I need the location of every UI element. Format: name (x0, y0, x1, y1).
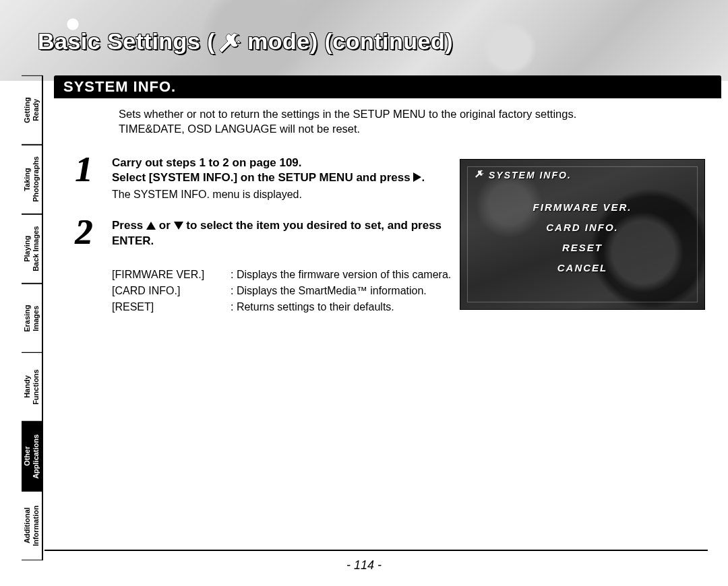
page-number: - 114 - (0, 558, 728, 573)
title-suffix: mode) (continued) (247, 28, 453, 55)
footer-rule (44, 550, 708, 551)
intro-line-2: TIME&DATE, OSD LANGUAGE will not be rese… (119, 123, 360, 135)
tab-getting-ready[interactable]: Getting Ready (22, 75, 42, 145)
tab-label: Erasing Images (23, 304, 40, 331)
tab-label: Handy Functions (23, 370, 40, 405)
lcd-menu-items: FIRMWARE VER. CARD INFO. RESET CANCEL (460, 197, 704, 278)
wrench-icon (475, 169, 485, 181)
page-title: Basic Settings ( mode) (continued) (38, 28, 453, 55)
step-1-line-2a: Select [SYSTEM INFO.] on the SETUP MENU … (112, 171, 413, 184)
step-2-text-a: Press (112, 219, 146, 232)
right-arrow-icon (413, 172, 421, 182)
lcd-title-text: SYSTEM INFO. (489, 170, 572, 181)
step-number-1: 1 (67, 156, 100, 201)
tab-additional-information[interactable]: Additional Information (22, 491, 42, 560)
tab-label: Playing Back Images (23, 226, 40, 271)
manual-page: Basic Settings ( mode) (continued) Getti… (0, 0, 728, 586)
definition-term: [CARD INFO.] (112, 283, 226, 299)
lcd-item-firmware: FIRMWARE VER. (460, 197, 704, 218)
section-heading: SYSTEM INFO. (54, 75, 721, 98)
step-1-sub: The SYSTEM INFO. menu is displayed. (112, 189, 449, 201)
tab-playing-back-images[interactable]: Playing Back Images (22, 214, 42, 284)
lcd-item-cancel: CANCEL (460, 258, 704, 278)
tab-label: Additional Information (23, 505, 40, 546)
tab-erasing-images[interactable]: Erasing Images (22, 284, 42, 353)
tab-label: Getting Ready (23, 97, 40, 123)
intro-line-1: Sets whether or not to return the settin… (119, 108, 576, 120)
intro-text: Sets whether or not to return the settin… (119, 106, 671, 137)
lcd-item-cardinfo: CARD INFO. (460, 218, 704, 238)
step-1-line-2b: . (421, 171, 425, 184)
step-1-heading: Carry out steps 1 to 2 on page 109. Sele… (112, 156, 449, 187)
step-1-line-1: Carry out steps 1 to 2 on page 109. (112, 156, 302, 169)
up-arrow-icon (146, 222, 156, 230)
definition-desc: : Displays the SmartMedia™ information. (231, 283, 427, 299)
tab-label: Taking Photographs (23, 156, 40, 202)
definition-desc: : Displays the firmware version of this … (231, 267, 451, 283)
down-arrow-icon (174, 222, 183, 230)
lcd-item-reset: RESET (460, 238, 704, 258)
section-heading-text: SYSTEM INFO. (63, 78, 176, 96)
step-number-2: 2 (67, 218, 100, 249)
definition-term: [FIRMWARE VER.] (112, 267, 226, 283)
lcd-title: SYSTEM INFO. (475, 169, 572, 181)
definition-desc: : Returns settings to their defaults. (231, 299, 394, 315)
tab-label: Other Applications (23, 434, 40, 479)
step-2-heading: Press or to select the item you desired … (112, 218, 449, 249)
tab-other-applications[interactable]: Other Applications (22, 422, 42, 491)
side-tabs: Getting Ready Taking Photographs Playing… (22, 75, 43, 560)
step-2-text-mid: or (156, 219, 173, 232)
wrench-icon (219, 32, 243, 52)
tab-handy-functions[interactable]: Handy Functions (22, 352, 42, 422)
tab-taking-photographs[interactable]: Taking Photographs (22, 145, 42, 214)
step-2-body: Press or to select the item you desired … (112, 218, 449, 249)
step-1-body: Carry out steps 1 to 2 on page 109. Sele… (112, 156, 449, 201)
lcd-preview: SYSTEM INFO. FIRMWARE VER. CARD INFO. RE… (460, 159, 705, 310)
title-prefix: Basic Settings ( (38, 28, 215, 55)
definition-term: [RESET] (112, 299, 226, 315)
